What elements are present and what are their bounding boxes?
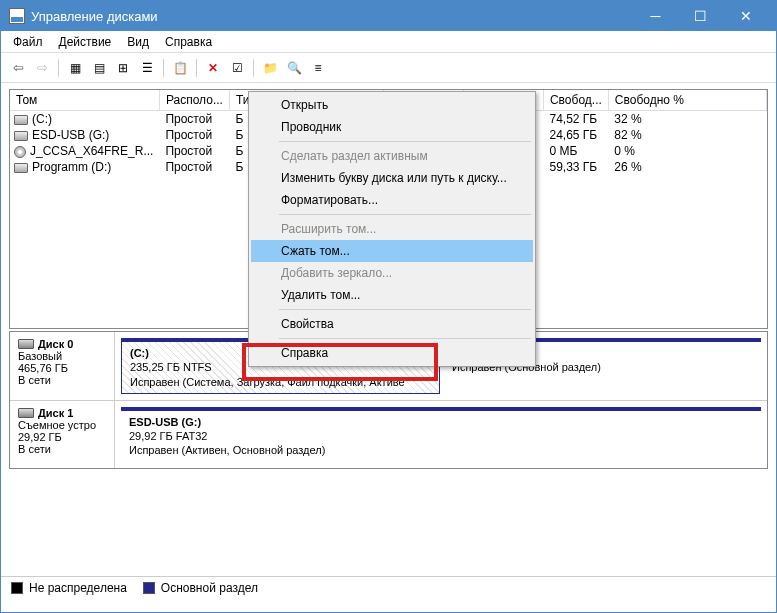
- disk-label: Диск 0Базовый465,76 ГБВ сети: [10, 332, 115, 400]
- disk-label: Диск 1Съемное устро29,92 ГБВ сети: [10, 401, 115, 468]
- menu-item[interactable]: Открыть: [251, 94, 533, 116]
- x-icon: ✕: [208, 61, 218, 75]
- view2-button[interactable]: ▤: [88, 57, 110, 79]
- vol-name: (C:): [32, 112, 52, 126]
- disk-type: Съемное устро: [18, 419, 106, 431]
- disk-size: 465,76 ГБ: [18, 362, 106, 374]
- vol-freepct: 82 %: [608, 127, 766, 143]
- vol-name: J_CCSA_X64FRE_R...: [30, 144, 153, 158]
- separator: [196, 59, 197, 77]
- part-name: ESD-USB (G:): [129, 415, 753, 429]
- vol-layout: Простой: [159, 143, 229, 159]
- folder-button[interactable]: 📁: [259, 57, 281, 79]
- part-size: 29,92 ГБ FAT32: [129, 429, 753, 443]
- menu-action[interactable]: Действие: [51, 33, 120, 51]
- content-area: Том Располо... Тип Файловая с... Состоян…: [1, 89, 776, 598]
- col-free[interactable]: Свобод...: [543, 90, 608, 111]
- view4-button[interactable]: ☰: [136, 57, 158, 79]
- toolbar: ⇦ ⇨ ▦ ▤ ⊞ ☰ 📋 ✕ ☑ 📁 🔍 ≡: [1, 53, 776, 83]
- maximize-button[interactable]: ☐: [678, 1, 723, 31]
- vol-free: 0 МБ: [543, 143, 608, 159]
- partition[interactable]: ESD-USB (G:)29,92 ГБ FAT32Исправен (Акти…: [121, 407, 761, 462]
- menu-item: Расширить том...: [251, 218, 533, 240]
- disk-status: В сети: [18, 443, 106, 455]
- part-info: Исправен (Система, Загрузка, Файл подкач…: [130, 375, 431, 389]
- swatch-primary: [143, 582, 155, 594]
- menubar: Файл Действие Вид Справка: [1, 31, 776, 53]
- view1-button[interactable]: ▦: [64, 57, 86, 79]
- separator: [253, 59, 254, 77]
- vol-layout: Простой: [159, 111, 229, 128]
- arrow-left-icon: ⇦: [13, 60, 24, 75]
- vol-freepct: 26 %: [608, 159, 766, 175]
- menu-view[interactable]: Вид: [119, 33, 157, 51]
- list-button[interactable]: ≡: [307, 57, 329, 79]
- disk-size: 29,92 ГБ: [18, 431, 106, 443]
- arrow-right-icon: ⇨: [37, 60, 48, 75]
- vol-free: 74,52 ГБ: [543, 111, 608, 128]
- titlebar: Управление дисками ─ ☐ ✕: [1, 1, 776, 31]
- menu-item[interactable]: Изменить букву диска или путь к диску...: [251, 167, 533, 189]
- window-title: Управление дисками: [31, 9, 633, 24]
- vol-freepct: 32 %: [608, 111, 766, 128]
- vol-layout: Простой: [159, 127, 229, 143]
- separator: [163, 59, 164, 77]
- disk-name: Диск 1: [18, 407, 106, 419]
- menu-help[interactable]: Справка: [157, 33, 220, 51]
- menu-item[interactable]: Проводник: [251, 116, 533, 138]
- menu-separator: [279, 338, 531, 339]
- delete-button[interactable]: ✕: [202, 57, 224, 79]
- volume-icon: [14, 115, 28, 125]
- separator: [58, 59, 59, 77]
- part-info: Исправен (Активен, Основной раздел): [129, 443, 753, 457]
- legend-primary: Основной раздел: [143, 581, 258, 595]
- props-button[interactable]: ☑: [226, 57, 248, 79]
- menu-item: Добавить зеркало...: [251, 262, 533, 284]
- volume-icon: [14, 163, 28, 173]
- col-layout[interactable]: Располо...: [159, 90, 229, 111]
- menu-item[interactable]: Удалить том...: [251, 284, 533, 306]
- menu-item[interactable]: Справка: [251, 342, 533, 364]
- swatch-unallocated: [11, 582, 23, 594]
- vol-free: 24,65 ГБ: [543, 127, 608, 143]
- legend-primary-label: Основной раздел: [161, 581, 258, 595]
- volume-icon: [14, 131, 28, 141]
- vol-free: 59,33 ГБ: [543, 159, 608, 175]
- volume-icon: [14, 146, 26, 158]
- forward-button[interactable]: ⇨: [31, 57, 53, 79]
- vol-name: Programm (D:): [32, 160, 111, 174]
- menu-separator: [279, 141, 531, 142]
- legend-unallocated: Не распределена: [11, 581, 127, 595]
- legend-unallocated-label: Не распределена: [29, 581, 127, 595]
- disk-icon: [18, 339, 34, 349]
- menu-separator: [279, 214, 531, 215]
- search-button[interactable]: 🔍: [283, 57, 305, 79]
- menu-item[interactable]: Форматировать...: [251, 189, 533, 211]
- disk-row: Диск 1Съемное устро29,92 ГБВ сетиESD-USB…: [10, 401, 767, 468]
- menu-separator: [279, 309, 531, 310]
- vol-layout: Простой: [159, 159, 229, 175]
- view3-button[interactable]: ⊞: [112, 57, 134, 79]
- back-button[interactable]: ⇦: [7, 57, 29, 79]
- menu-file[interactable]: Файл: [5, 33, 51, 51]
- col-volume[interactable]: Том: [10, 90, 159, 111]
- close-button[interactable]: ✕: [723, 1, 768, 31]
- menu-item: Сделать раздел активным: [251, 145, 533, 167]
- disk-type: Базовый: [18, 350, 106, 362]
- disk-partitions: ESD-USB (G:)29,92 ГБ FAT32Исправен (Акти…: [115, 401, 767, 468]
- disk-icon: [18, 408, 34, 418]
- disk-name: Диск 0: [18, 338, 106, 350]
- col-freepct[interactable]: Свободно %: [608, 90, 766, 111]
- menu-item[interactable]: Свойства: [251, 313, 533, 335]
- settings-button[interactable]: 📋: [169, 57, 191, 79]
- legend: Не распределена Основной раздел: [1, 576, 776, 598]
- disk-status: В сети: [18, 374, 106, 386]
- vol-freepct: 0 %: [608, 143, 766, 159]
- vol-name: ESD-USB (G:): [32, 128, 109, 142]
- window-controls: ─ ☐ ✕: [633, 1, 768, 31]
- app-icon: [9, 8, 25, 24]
- menu-item[interactable]: Сжать том...: [251, 240, 533, 262]
- context-menu: ОткрытьПроводникСделать раздел активнымИ…: [248, 91, 536, 367]
- minimize-button[interactable]: ─: [633, 1, 678, 31]
